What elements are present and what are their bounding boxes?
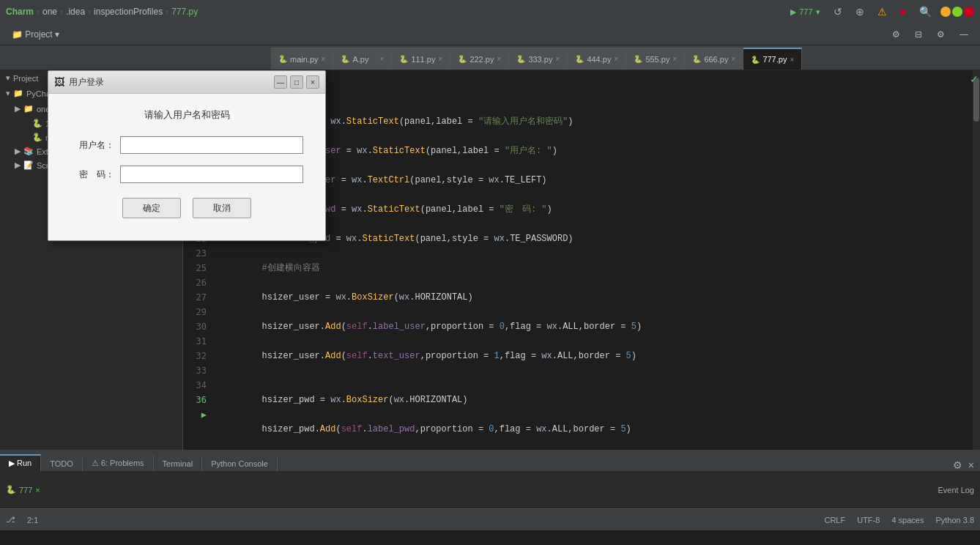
tab-222-py[interactable]: 🐍 222.py × — [450, 48, 509, 70]
python-version[interactable]: Python 3.8 — [935, 516, 974, 524]
python-icon: 🐍 — [751, 56, 760, 64]
close-tab-icon[interactable]: × — [497, 55, 502, 63]
vertical-scrollbar[interactable]: ✓ — [973, 70, 980, 450]
error-btn[interactable]: ■ — [896, 4, 910, 19]
line-num: 34 — [189, 378, 207, 393]
password-input[interactable] — [120, 166, 303, 183]
panel-collapse-btn[interactable]: × — [968, 459, 974, 471]
line-num: 27 — [189, 290, 207, 305]
window-controls — [940, 7, 974, 17]
tab-555-py[interactable]: 🐍 555.py × — [626, 48, 685, 70]
tabs-bar: 🐍 main.py × 🐍 A.py × 🐍 111.py × 🐍 222.py… — [0, 45, 980, 70]
chevron-right-icon: ▶ — [15, 104, 21, 114]
dialog-minimize-btn[interactable]: — — [274, 75, 287, 89]
username-input[interactable] — [120, 136, 303, 154]
menu-settings-btn[interactable]: ⚙ — [886, 26, 906, 42]
path-one: one — [42, 7, 57, 17]
dialog-restore-btn[interactable]: □ — [290, 75, 303, 89]
status-bar-right: CRLF UTF-8 4 spaces Python 3.8 — [824, 516, 974, 524]
bottom-tab-run[interactable]: ▶ Run — [0, 454, 41, 471]
current-file: 777.py — [171, 7, 198, 17]
python-icon: 🐍 — [516, 55, 525, 63]
python-icon: 🐍 — [341, 55, 349, 63]
chevron-icon: ▾ — [6, 73, 10, 83]
run-close-icon[interactable]: × — [35, 486, 40, 494]
bottom-content: 🐍 777 × Event Log — [0, 471, 980, 508]
encoding[interactable]: UTF-8 — [857, 516, 880, 524]
run-label: 777 — [799, 7, 812, 16]
python-icon: 🐍 — [692, 55, 701, 63]
run-file-label: 777 — [19, 486, 32, 494]
tab-444-py[interactable]: 🐍 444.py × — [568, 48, 626, 70]
close-tab-icon[interactable]: × — [439, 55, 443, 63]
no-errors-indicator: ✓ — [970, 73, 979, 85]
plugin-btn[interactable]: ⊕ — [851, 4, 869, 19]
folder-icon: 📁 — [13, 89, 23, 98]
dialog-titlebar[interactable]: 🖼 用户登录 — □ × — [48, 71, 325, 94]
menu-project[interactable]: 📁 Project ▾ — [6, 26, 65, 42]
line-col-indicator[interactable]: 2:1 — [27, 516, 38, 524]
python-icon: 🐍 — [634, 55, 642, 63]
run-icon: ▶ — [790, 7, 796, 17]
bottom-tabs: ▶ Run TODO ⚠ 6: Problems Terminal Python… — [0, 451, 980, 471]
status-bar: ⎇ 2:1 CRLF UTF-8 4 spaces Python 3.8 — [0, 508, 980, 530]
todo-label: TODO — [50, 459, 73, 468]
close-tab-icon[interactable]: × — [322, 55, 326, 63]
python-file-icon: 🐍 — [32, 133, 42, 142]
close-tab-icon[interactable]: × — [380, 55, 385, 63]
chevron-down-icon: ▾ — [816, 7, 820, 17]
title-bar-controls: ▶ 777 ▾ ↺ ⊕ ⚠ ■ 🔍 — [786, 4, 974, 19]
tab-label: 222.py — [469, 55, 494, 64]
cancel-button[interactable]: 取消 — [193, 198, 251, 218]
refresh-btn[interactable]: ↺ — [829, 4, 847, 19]
close-window-btn[interactable] — [964, 7, 974, 17]
tab-label: 777.py — [762, 55, 787, 64]
minimize-btn[interactable] — [940, 7, 951, 17]
username-label: 用户名： — [70, 139, 114, 152]
python-icon: 🐍 — [458, 55, 467, 63]
chevron-right-icon: ▶ — [15, 160, 21, 170]
close-tab-icon[interactable]: × — [732, 55, 736, 63]
password-row: 密 码： — [70, 166, 303, 183]
bottom-tab-python-console[interactable]: Python Console — [202, 456, 278, 471]
menu-split-btn[interactable]: ⊟ — [909, 26, 928, 42]
bottom-tab-terminal[interactable]: Terminal — [154, 456, 203, 471]
tab-a-py[interactable]: 🐍 A.py × — [333, 48, 392, 70]
close-tab-icon[interactable]: × — [673, 55, 678, 63]
chevron-icon: ▾ — [6, 89, 10, 98]
warning-btn[interactable]: ⚠ — [873, 4, 891, 19]
line-num: 31 — [189, 334, 207, 349]
bottom-tab-todo[interactable]: TODO — [41, 456, 83, 471]
line-num: 26 — [189, 275, 207, 290]
bottom-tab-problems[interactable]: ⚠ 6: Problems — [83, 456, 154, 471]
search-btn[interactable]: 🔍 — [915, 4, 936, 19]
tab-333-py[interactable]: 🐍 333.py × — [509, 48, 568, 70]
close-tab-icon[interactable]: × — [790, 56, 795, 64]
tab-666-py[interactable]: 🐍 666.py × — [685, 48, 743, 70]
tab-777-py[interactable]: 🐍 777.py × — [743, 48, 802, 70]
menu-bar: 📁 Project ▾ ⚙ ⊟ ⚙ — — [0, 23, 980, 45]
login-dialog: 🖼 用户登录 — □ × 请输入用户名和密码 用户名： 密 码： 确定 取消 — [48, 70, 326, 241]
indent[interactable]: 4 spaces — [891, 516, 924, 524]
tab-111-py[interactable]: 🐍 111.py × — [392, 48, 450, 70]
run-indicator-btn[interactable]: ▶ 777 ▾ — [786, 6, 824, 18]
library-icon: 📚 — [23, 147, 34, 156]
path-idea: .idea — [66, 7, 85, 17]
restore-btn[interactable] — [952, 7, 962, 17]
panel-settings-btn[interactable]: ⚙ — [953, 459, 962, 471]
bottom-panel-controls: ⚙ × — [947, 459, 980, 471]
tab-main-py[interactable]: 🐍 main.py × — [271, 48, 333, 70]
dialog-buttons: 确定 取消 — [70, 198, 303, 226]
close-tab-icon[interactable]: × — [615, 55, 619, 63]
line-ending[interactable]: CRLF — [824, 516, 845, 524]
event-log-section: Event Log — [938, 486, 974, 494]
dialog-overlay: 🖼 用户登录 — □ × 请输入用户名和密码 用户名： 密 码： 确定 取消 — [48, 70, 326, 241]
confirm-button[interactable]: 确定 — [122, 198, 181, 218]
menu-gear-btn[interactable]: ⚙ — [931, 26, 951, 42]
dialog-close-btn[interactable]: × — [306, 75, 319, 89]
menu-dash-btn[interactable]: — — [954, 26, 974, 42]
code-content[interactable]: #创建文本 self.title = wx.StaticText(panel,l… — [212, 70, 980, 450]
password-label: 密 码： — [70, 168, 114, 181]
close-tab-icon[interactable]: × — [556, 55, 560, 63]
dialog-body: 请输入用户名和密码 用户名： 密 码： 确定 取消 — [48, 94, 325, 240]
